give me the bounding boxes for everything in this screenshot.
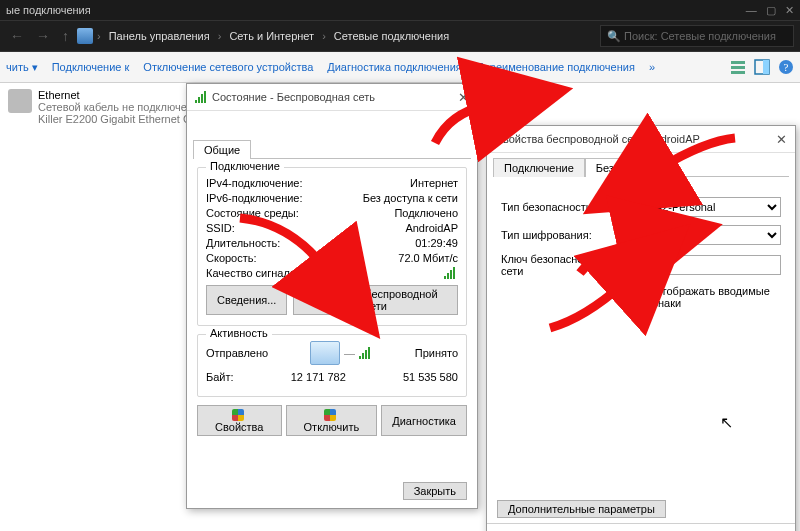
- disable-button[interactable]: Отключить: [286, 405, 378, 436]
- val-ipv6: Без доступа к сети: [363, 192, 458, 204]
- diagnose-button[interactable]: Диагностика: [381, 405, 467, 436]
- svg-rect-2: [731, 71, 745, 74]
- svg-text:?: ?: [784, 61, 789, 73]
- lbl-signal: Качество сигнала:: [206, 267, 299, 279]
- group-connection-legend: Подключение: [206, 160, 284, 172]
- props-dialog-title: Свойства беспроводной сети AndroidAP: [495, 133, 700, 145]
- titlebar: ые подключения — ▢ ✕: [0, 0, 800, 20]
- advanced-button[interactable]: Дополнительные параметры: [497, 500, 666, 518]
- mouse-cursor-icon: ↖: [720, 413, 733, 432]
- crumb-control-panel[interactable]: Панель управления: [105, 28, 214, 44]
- toolbar: чить ▾ Подключение к Отключение сетевого…: [0, 52, 800, 83]
- val-media: Подключено: [394, 207, 458, 219]
- details-button[interactable]: Сведения...: [206, 285, 287, 315]
- group-activity: Активность Отправлено — Принято Байт: 12…: [197, 334, 467, 397]
- sent-label: Отправлено: [206, 347, 268, 359]
- props-dialog-header[interactable]: Свойства беспроводной сети AndroidAP ✕: [487, 126, 795, 153]
- recv-label: Принято: [415, 347, 458, 359]
- toolbar-more[interactable]: »: [649, 61, 655, 73]
- signal-bars-icon: [444, 267, 458, 279]
- show-chars-checkbox[interactable]: [633, 291, 646, 304]
- val-ssid: AndroidAP: [405, 222, 458, 234]
- nav-fwd-icon[interactable]: →: [32, 28, 54, 44]
- status-dialog: Состояние - Беспроводная сеть ✕ Общие По…: [186, 83, 478, 509]
- val-ipv4: Интернет: [410, 177, 458, 189]
- folder-icon: [77, 28, 93, 44]
- toolbar-rename[interactable]: Переименование подключения: [476, 61, 635, 73]
- activity-icon: —: [310, 341, 373, 365]
- toolbar-organize[interactable]: чить ▾: [6, 61, 38, 74]
- tab-connection[interactable]: Подключение: [493, 158, 585, 177]
- address-bar: ← → ↑ › Панель управления › Сеть и Интер…: [0, 20, 800, 52]
- wireless-properties-dialog: Свойства беспроводной сети AndroidAP ✕ П…: [486, 125, 796, 531]
- nav-back-icon[interactable]: ←: [6, 28, 28, 44]
- tab-security[interactable]: Безопасность: [585, 158, 677, 177]
- svg-rect-0: [731, 61, 745, 64]
- wireless-props-button[interactable]: Свойства беспроводной сети: [293, 285, 458, 315]
- adapter-ethernet[interactable]: Ethernet Сетевой кабель не подключен Kil…: [8, 89, 215, 125]
- svg-rect-4: [763, 60, 769, 74]
- signal-bars-icon: [195, 91, 209, 103]
- help-icon[interactable]: ?: [778, 59, 794, 75]
- shield-icon: [324, 409, 336, 421]
- toolbar-diagnose[interactable]: Диагностика подключения: [327, 61, 461, 73]
- svg-rect-1: [731, 66, 745, 69]
- recv-value: 51 535 580: [403, 371, 458, 383]
- search-placeholder: Поиск: Сетевые подключения: [624, 30, 776, 42]
- lbl-speed: Скорость:: [206, 252, 257, 264]
- view-icon[interactable]: [730, 59, 746, 75]
- group-connection: Подключение IPv4-подключение:Интернет IP…: [197, 167, 467, 326]
- search-input[interactable]: 🔍 Поиск: Сетевые подключения: [600, 25, 794, 47]
- shield-icon: [232, 409, 244, 421]
- lbl-ssid: SSID:: [206, 222, 235, 234]
- lbl-ipv6: IPv6-подключение:: [206, 192, 303, 204]
- properties-button[interactable]: Свойства: [197, 405, 282, 436]
- window-controls[interactable]: — ▢ ✕: [746, 4, 794, 17]
- group-activity-legend: Активность: [206, 327, 272, 339]
- ethernet-icon: [8, 89, 32, 113]
- tab-general[interactable]: Общие: [193, 140, 251, 159]
- nav-up-icon[interactable]: ↑: [58, 28, 73, 44]
- close-icon[interactable]: ✕: [458, 90, 469, 105]
- security-type-label: Тип безопасности:: [501, 201, 621, 213]
- lbl-dur: Длительность:: [206, 237, 280, 249]
- crumb-network[interactable]: Сеть и Интернет: [225, 28, 318, 44]
- show-chars-label: Отображать вводимые знаки: [653, 285, 781, 309]
- crumb-connections[interactable]: Сетевые подключения: [330, 28, 453, 44]
- toolbar-disable[interactable]: Отключение сетевого устройства: [143, 61, 313, 73]
- toolbar-connect[interactable]: Подключение к: [52, 61, 130, 73]
- preview-pane-icon[interactable]: [754, 59, 770, 75]
- content-area: Ethernet Сетевой кабель не подключен Kil…: [0, 83, 800, 531]
- status-dialog-header[interactable]: Состояние - Беспроводная сеть ✕: [187, 84, 477, 111]
- encryption-select[interactable]: AES: [629, 225, 781, 245]
- lbl-media: Состояние среды:: [206, 207, 299, 219]
- close-icon[interactable]: ✕: [776, 132, 787, 147]
- lbl-ipv4: IPv4-подключение:: [206, 177, 303, 189]
- bytes-label: Байт:: [206, 371, 234, 383]
- val-speed: 72.0 Мбит/с: [398, 252, 458, 264]
- security-type-select[interactable]: WPA2-Personal: [629, 197, 781, 217]
- val-dur: 01:29:49: [415, 237, 458, 249]
- sent-value: 12 171 782: [291, 371, 346, 383]
- window-title: ые подключения: [6, 4, 91, 16]
- key-label: Ключ безопасности сети: [501, 253, 621, 277]
- close-button[interactable]: Закрыть: [403, 482, 467, 500]
- encryption-label: Тип шифрования:: [501, 229, 621, 241]
- status-dialog-title: Состояние - Беспроводная сеть: [212, 91, 375, 103]
- security-key-input[interactable]: [629, 255, 781, 275]
